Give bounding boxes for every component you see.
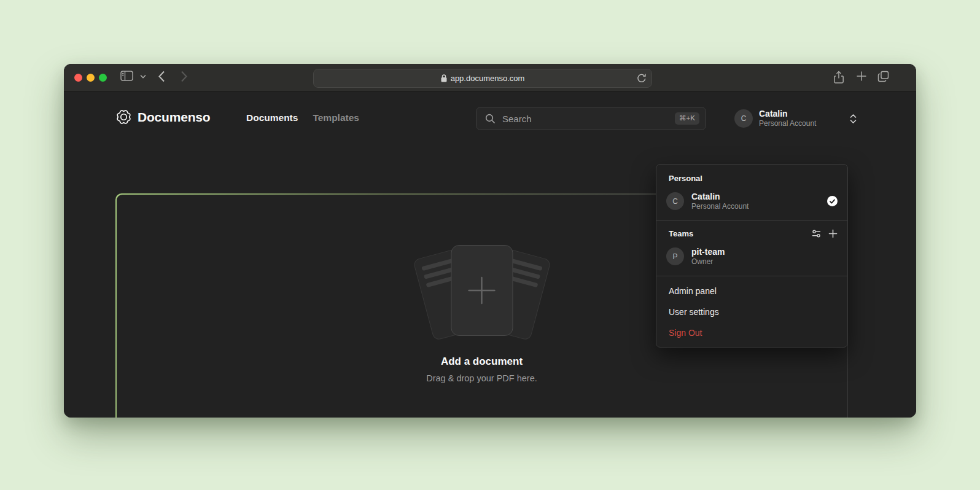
add-document-icon [451,245,513,336]
avatar: P [666,247,684,265]
personal-section-label: Personal [656,170,847,187]
search-shortcut-badge: ⌘+K [675,112,699,125]
avatar: C [666,192,684,210]
browser-window: app.documenso.com [64,64,916,418]
chevron-down-icon[interactable] [140,74,146,79]
search-bar[interactable]: ⌘+K [476,107,706,130]
new-tab-icon[interactable] [856,71,867,82]
forward-icon[interactable] [181,71,187,82]
menu-item-admin-panel[interactable]: Admin panel [656,281,847,301]
url-text: app.documenso.com [451,74,525,83]
account-subtitle: Personal Account [759,119,816,128]
avatar: C [734,109,753,128]
teams-section-label: Teams [656,225,812,242]
app-content: Documenso Documents Templates ⌘+K C Cata… [64,91,916,418]
dropzone-title: Add a document [441,356,523,368]
add-team-icon[interactable] [828,229,838,238]
zoom-window-button[interactable] [99,74,107,82]
brand[interactable]: Documenso [115,109,210,125]
team-settings-icon[interactable] [812,229,821,238]
team-name: pit-team [691,246,725,257]
address-bar[interactable]: app.documenso.com [313,69,652,88]
personal-account-subtitle: Personal Account [691,202,749,212]
menu-item-user-settings[interactable]: User settings [656,301,847,322]
menu-separator [656,276,847,276]
document-stack-illustration [405,245,559,338]
account-menu-button[interactable]: C Catalin Personal Account [734,107,857,130]
team-role: Owner [691,257,725,267]
personal-account-item[interactable]: C Catalin Personal Account [656,187,847,216]
menu-separator [656,220,847,221]
desktop-background: app.documenso.com [0,0,980,490]
teams-section-header: Teams [656,225,847,242]
minimize-window-button[interactable] [87,74,95,82]
brand-name: Documenso [138,110,210,125]
browser-toolbar: app.documenso.com [64,64,916,91]
search-input[interactable] [501,113,669,125]
personal-account-name: Catalin [691,191,749,202]
chevrons-up-down-icon [849,114,857,124]
share-icon[interactable] [834,71,844,84]
search-icon [485,114,496,124]
check-icon [827,196,838,206]
account-dropdown-menu: Personal C Catalin Personal Account [656,164,848,348]
reload-icon[interactable] [637,73,646,83]
tab-overview-icon[interactable] [877,71,889,82]
lock-icon [441,74,447,82]
nav-templates[interactable]: Templates [313,112,359,123]
close-window-button[interactable] [74,74,82,82]
nav-documents[interactable]: Documents [246,112,298,123]
documenso-logo-icon [115,109,132,125]
account-name: Catalin [759,109,816,120]
dropzone-subtitle: Drag & drop your PDF here. [426,373,537,383]
sidebar-icon[interactable] [120,71,133,81]
team-item[interactable]: P pit-team Owner [656,242,847,271]
back-icon[interactable] [158,71,165,82]
main-nav: Documents Templates [246,112,359,123]
menu-item-sign-out[interactable]: Sign Out [656,322,847,343]
